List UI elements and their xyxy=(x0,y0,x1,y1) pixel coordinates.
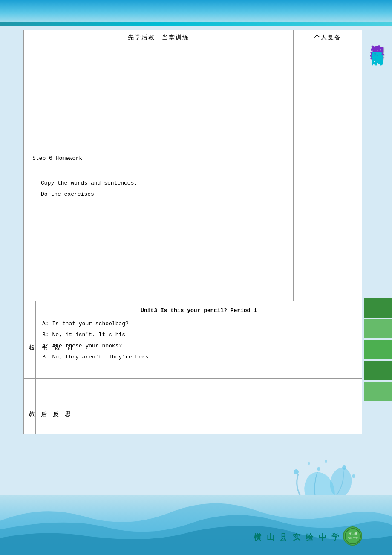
board-line-2: B: No, it isn't. It's his. xyxy=(42,330,355,341)
board-content: Unit3 Is this your pencil? Period 1 A: I… xyxy=(36,301,362,378)
board-section: 板 书 设 计 Unit3 Is this your pencil? Perio… xyxy=(24,301,362,379)
green-strips xyxy=(364,298,392,401)
green-strip-1 xyxy=(364,298,392,318)
svg-point-4 xyxy=(294,469,299,474)
body-right xyxy=(294,45,362,301)
board-label: 板 书 设 计 xyxy=(24,301,36,378)
svg-text:横山县: 横山县 xyxy=(348,532,357,535)
reflection-label: 教 后 反 思 xyxy=(24,379,36,434)
page-wrapper: 先学后教 当堂训练 个人复备 Step 6 Homework Copy the … xyxy=(0,0,392,555)
bottom-area: 横 山 县 实 验 中 学 横山县 实验中学 xyxy=(0,495,392,555)
header-row: 先学后教 当堂训练 个人复备 xyxy=(24,30,362,45)
body-section: Step 6 Homework Copy the words and sente… xyxy=(24,45,362,301)
header-right: 个人复备 xyxy=(294,30,362,45)
green-strip-2 xyxy=(364,319,392,338)
svg-point-9 xyxy=(325,460,327,462)
green-strip-4 xyxy=(364,361,392,380)
body-left: Step 6 Homework Copy the words and sente… xyxy=(24,45,294,301)
header-left: 先学后教 当堂训练 xyxy=(24,30,294,45)
green-strip-5 xyxy=(364,382,392,401)
svg-point-6 xyxy=(317,467,320,471)
main-content: 先学后教 当堂训练 个人复备 Step 6 Homework Copy the … xyxy=(23,30,362,434)
school-logo: 横山县 实验中学 xyxy=(343,526,362,546)
svg-point-12 xyxy=(345,529,360,544)
homework-item-1: Copy the words and sentences. xyxy=(41,178,285,189)
board-line-3: A: Are these your books? xyxy=(42,341,355,352)
svg-point-8 xyxy=(352,474,355,478)
svg-point-5 xyxy=(342,465,346,470)
homework-item-2: Do the exercises xyxy=(41,189,285,200)
svg-point-7 xyxy=(308,462,310,465)
green-strip-3 xyxy=(364,340,392,359)
board-title: Unit3 Is this your pencil? Period 1 xyxy=(42,305,355,316)
right-deco: 启迪心智 润泽灵魂 xyxy=(362,26,392,43)
board-line-4: B: No, thry aren't. They're hers. xyxy=(42,352,355,363)
step6-title: Step 6 Homework xyxy=(32,153,285,163)
top-bar xyxy=(0,0,392,26)
school-name: 横 山 县 实 验 中 学 xyxy=(254,532,341,542)
reflection-section: 教 后 反 思 xyxy=(24,379,362,434)
top-bar-stripe xyxy=(0,22,392,26)
reflection-content xyxy=(36,379,362,434)
homework-items: Copy the words and sentences. Do the exe… xyxy=(41,178,285,200)
board-line-1: A: Is that your schoolbag? xyxy=(42,318,355,330)
svg-text:实验中学: 实验中学 xyxy=(348,536,358,539)
